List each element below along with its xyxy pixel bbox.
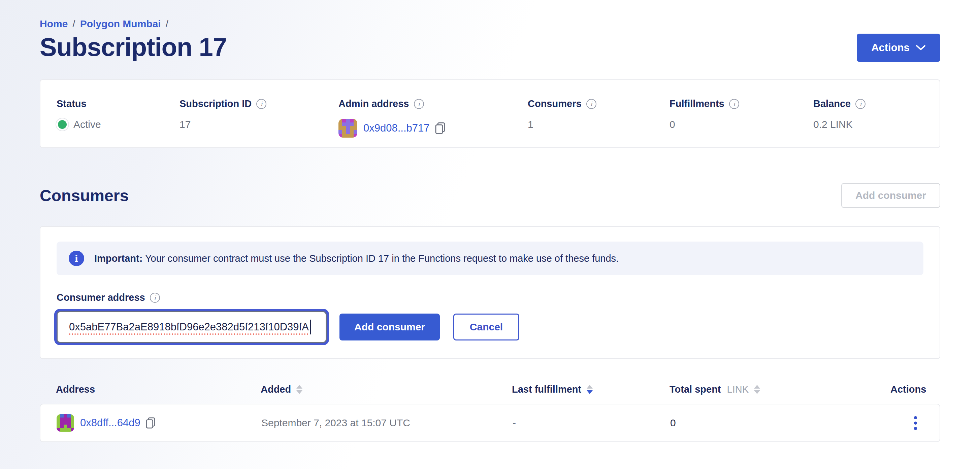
column-header-address: Address	[56, 384, 95, 395]
column-header-added[interactable]: Added	[261, 384, 512, 395]
overview-field-fulfillments: Fulfillments 0	[670, 98, 813, 147]
text-caret	[310, 320, 311, 334]
info-icon[interactable]	[855, 99, 865, 109]
info-icon[interactable]	[150, 293, 160, 303]
subscription-id-label: Subscription ID	[180, 98, 251, 109]
status-label: Status	[57, 98, 180, 109]
table-row: 0x8dff...64d9 September 7, 2023 at 15:07…	[40, 404, 940, 442]
breadcrumb: Home / Polygon Mumbai /	[40, 0, 940, 30]
status-active-dot	[58, 120, 67, 129]
overview-field-consumers: Consumers 1	[528, 98, 670, 147]
admin-address-link[interactable]: 0x9d08...b717	[363, 122, 430, 134]
chevron-down-icon	[916, 44, 926, 51]
info-icon[interactable]	[729, 99, 739, 109]
actions-button-label: Actions	[871, 42, 910, 54]
breadcrumb-network-link[interactable]: Polygon Mumbai	[80, 18, 161, 30]
info-icon[interactable]	[256, 99, 266, 109]
page-title: Subscription 17	[40, 32, 227, 62]
cancel-button[interactable]: Cancel	[453, 314, 519, 341]
overview-field-balance: Balance 0.2 LINK	[813, 98, 923, 147]
consumer-address-avatar	[57, 414, 74, 432]
balance-label: Balance	[813, 98, 851, 109]
overview-field-subscription-id: Subscription ID 17	[180, 98, 339, 147]
add-consumer-button-disabled[interactable]: Add consumer	[841, 183, 940, 208]
breadcrumb-separator: /	[72, 18, 75, 30]
consumers-label: Consumers	[528, 98, 582, 109]
breadcrumb-separator: /	[166, 18, 169, 30]
overview-field-admin-address: Admin address 0x9d08...b717	[339, 98, 528, 147]
admin-address-label: Admin address	[339, 98, 409, 109]
sort-icon-descending-active	[587, 385, 593, 394]
subscription-id-value: 17	[180, 119, 339, 130]
info-banner-icon	[69, 250, 84, 266]
subscription-overview-card: Status Active Subscription ID 17 Admin a…	[40, 79, 940, 148]
consumer-address-link[interactable]: 0x8dff...64d9	[80, 417, 140, 429]
fulfillments-value: 0	[670, 119, 813, 130]
sort-icon	[754, 385, 760, 394]
consumers-value: 1	[528, 119, 670, 130]
column-header-total-spent[interactable]: Total spent LINK	[670, 384, 891, 395]
status-value: Active	[73, 119, 101, 130]
row-last-fulfillment: -	[512, 417, 670, 429]
consumers-table-header: Address Added Last fulfillment Total spe…	[40, 384, 940, 395]
consumer-address-label: Consumer address	[57, 292, 145, 303]
add-consumer-submit-button[interactable]: Add consumer	[339, 314, 440, 341]
sort-icon	[296, 385, 302, 394]
row-total-spent: 0	[670, 417, 891, 429]
column-header-actions: Actions	[891, 384, 926, 395]
important-banner: Important: Your consumer contract must u…	[57, 242, 923, 275]
banner-important-label: Important:	[94, 253, 142, 264]
copy-icon[interactable]	[434, 122, 446, 135]
banner-message: Your consumer contract must use the Subs…	[145, 253, 619, 264]
breadcrumb-home-link[interactable]: Home	[40, 18, 68, 30]
row-added-date: September 7, 2023 at 15:07 UTC	[261, 417, 512, 429]
consumers-section-title: Consumers	[40, 186, 129, 205]
actions-button[interactable]: Actions	[857, 34, 940, 62]
total-spent-unit: LINK	[727, 384, 749, 395]
consumer-address-input-value: 0x5abE77Ba2aE8918bfD96e2e382d5f213f10D39…	[69, 321, 309, 333]
column-header-last-fulfillment[interactable]: Last fulfillment	[512, 384, 670, 395]
info-icon[interactable]	[586, 99, 597, 109]
add-consumer-form-card: Important: Your consumer contract must u…	[40, 226, 940, 359]
copy-icon[interactable]	[145, 417, 156, 429]
overview-field-status: Status Active	[57, 98, 180, 147]
fulfillments-label: Fulfillments	[670, 98, 724, 109]
info-icon[interactable]	[414, 99, 424, 109]
balance-value: 0.2 LINK	[813, 119, 923, 130]
row-actions-kebab-menu-icon[interactable]	[911, 413, 920, 433]
admin-address-avatar	[339, 119, 357, 138]
consumer-address-input[interactable]: 0x5abE77Ba2aE8918bfD96e2e382d5f213f10D39…	[57, 311, 327, 343]
